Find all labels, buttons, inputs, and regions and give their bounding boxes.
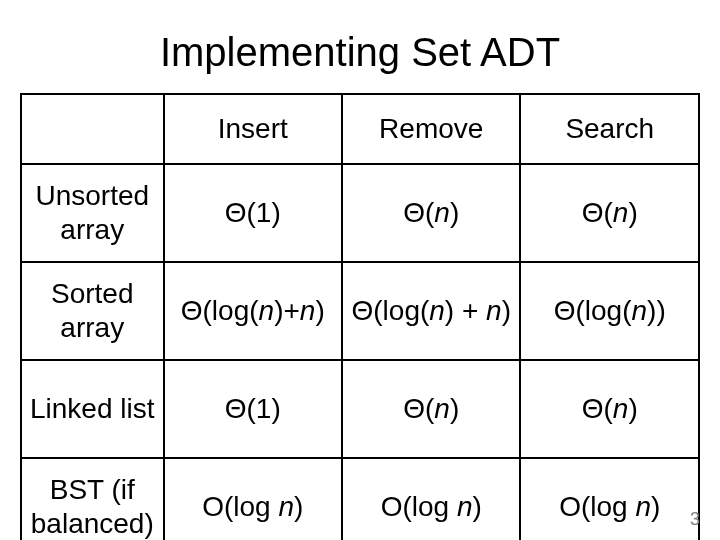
- cell: Θ(n): [520, 360, 699, 458]
- table-row: BST (if balanced) O(log n) O(log n) O(lo…: [21, 458, 699, 540]
- header-insert: Insert: [164, 94, 342, 164]
- complexity-table: Insert Remove Search Unsorted array Θ(1)…: [20, 93, 700, 540]
- cell: O(log n): [520, 458, 699, 540]
- cell: Θ(1): [164, 360, 342, 458]
- header-search: Search: [520, 94, 699, 164]
- cell: Θ(log(n) + n): [342, 262, 520, 360]
- table-header-row: Insert Remove Search: [21, 94, 699, 164]
- row-label: BST (if balanced): [21, 458, 164, 540]
- row-label: Linked list: [21, 360, 164, 458]
- page-number: 3: [690, 509, 700, 530]
- cell: O(log n): [164, 458, 342, 540]
- page-title: Implementing Set ADT: [20, 30, 700, 75]
- cell: O(log n): [342, 458, 520, 540]
- cell: Θ(n): [342, 164, 520, 262]
- table-row: Sorted array Θ(log(n)+n) Θ(log(n) + n) Θ…: [21, 262, 699, 360]
- table-row: Linked list Θ(1) Θ(n) Θ(n): [21, 360, 699, 458]
- cell: Θ(1): [164, 164, 342, 262]
- header-remove: Remove: [342, 94, 520, 164]
- header-blank: [21, 94, 164, 164]
- cell: Θ(n): [520, 164, 699, 262]
- row-label: Sorted array: [21, 262, 164, 360]
- slide: Implementing Set ADT Insert Remove Searc…: [0, 0, 720, 540]
- cell: Θ(log(n)): [520, 262, 699, 360]
- cell: Θ(n): [342, 360, 520, 458]
- cell: Θ(log(n)+n): [164, 262, 342, 360]
- table-row: Unsorted array Θ(1) Θ(n) Θ(n): [21, 164, 699, 262]
- row-label: Unsorted array: [21, 164, 164, 262]
